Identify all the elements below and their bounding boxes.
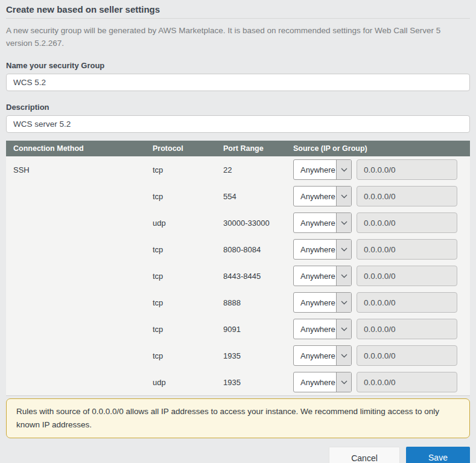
source-cell: Anywhere <box>293 292 470 313</box>
source-ip-input[interactable] <box>357 212 457 233</box>
port-range-cell: 1935 <box>223 351 293 360</box>
source-ip-input[interactable] <box>357 319 457 339</box>
description-label: Description <box>6 103 470 112</box>
source-type-select[interactable]: Anywhere <box>293 372 352 392</box>
port-range-cell: 8888 <box>223 298 293 307</box>
chevron-down-icon <box>336 319 351 339</box>
source-ip-input[interactable] <box>357 186 457 206</box>
source-type-select[interactable]: Anywhere <box>293 345 352 366</box>
column-header-protocol: Protocol <box>153 144 223 153</box>
chevron-down-icon <box>336 372 351 392</box>
firewall-rules-table: Connection Method Protocol Port Range So… <box>6 141 470 396</box>
open-access-warning: Rules with source of 0.0.0.0/0 allows al… <box>6 398 470 438</box>
source-ip-input[interactable] <box>357 159 457 180</box>
source-type-selected-value: Anywhere <box>294 240 336 259</box>
source-type-select[interactable]: Anywhere <box>293 212 352 233</box>
source-cell: Anywhere <box>293 319 470 339</box>
source-type-selected-value: Anywhere <box>294 319 336 339</box>
chevron-down-icon <box>336 266 351 286</box>
column-header-source: Source (IP or Group) <box>293 144 470 153</box>
table-row: tcp 554 Anywhere <box>6 183 470 209</box>
security-group-name-input[interactable] <box>6 74 470 91</box>
protocol-cell: tcp <box>153 272 223 281</box>
port-range-cell: 30000-33000 <box>223 219 293 228</box>
chevron-down-icon <box>336 240 351 259</box>
source-ip-input[interactable] <box>357 372 457 392</box>
source-type-select[interactable]: Anywhere <box>293 319 352 339</box>
source-type-selected-value: Anywhere <box>294 266 336 286</box>
protocol-cell: udp <box>153 378 223 387</box>
source-type-selected-value: Anywhere <box>294 372 336 392</box>
source-type-select[interactable]: Anywhere <box>293 239 352 260</box>
source-type-selected-value: Anywhere <box>294 346 336 365</box>
cancel-button[interactable]: Cancel <box>329 447 400 463</box>
description-input[interactable] <box>6 115 470 133</box>
protocol-cell: tcp <box>153 298 223 307</box>
source-type-selected-value: Anywhere <box>294 213 336 232</box>
table-row: SSH tcp 22 Anywhere <box>6 156 470 183</box>
source-cell: Anywhere <box>293 159 470 180</box>
source-cell: Anywhere <box>293 345 470 366</box>
port-range-cell: 8443-8445 <box>223 272 293 281</box>
source-type-select[interactable]: Anywhere <box>293 292 352 313</box>
source-type-selected-value: Anywhere <box>294 187 336 206</box>
port-range-cell: 554 <box>223 192 293 201</box>
source-type-selected-value: Anywhere <box>294 160 336 179</box>
chevron-down-icon <box>336 346 351 365</box>
page-title: Create new based on seller settings <box>6 0 470 19</box>
source-ip-input[interactable] <box>357 239 457 260</box>
footer-actions: Cancel Save <box>6 447 470 463</box>
table-row: tcp 8888 Anywhere <box>6 289 470 316</box>
table-row: tcp 8443-8445 Anywhere <box>6 263 470 289</box>
source-cell: Anywhere <box>293 186 470 206</box>
port-range-cell: 8080-8084 <box>223 245 293 254</box>
chevron-down-icon <box>336 160 351 179</box>
port-range-cell: 22 <box>223 165 293 174</box>
column-header-connection-method: Connection Method <box>13 144 153 153</box>
column-header-port-range: Port Range <box>223 144 293 153</box>
port-range-cell: 1935 <box>223 378 293 387</box>
table-row: tcp 9091 Anywhere <box>6 316 470 342</box>
source-cell: Anywhere <box>293 372 470 392</box>
table-row: tcp 8080-8084 Anywhere <box>6 236 470 263</box>
chevron-down-icon <box>336 293 351 312</box>
page-description: A new security group will be generated b… <box>6 24 465 49</box>
source-ip-input[interactable] <box>357 266 457 286</box>
protocol-cell: udp <box>153 219 223 228</box>
table-row: tcp 1935 Anywhere <box>6 342 470 369</box>
source-cell: Anywhere <box>293 212 470 233</box>
source-cell: Anywhere <box>293 266 470 286</box>
source-type-selected-value: Anywhere <box>294 293 336 312</box>
port-range-cell: 9091 <box>223 325 293 334</box>
protocol-cell: tcp <box>153 351 223 360</box>
table-header-row: Connection Method Protocol Port Range So… <box>6 141 470 156</box>
table-row: udp 1935 Anywhere <box>6 369 470 395</box>
table-body: SSH tcp 22 Anywhere tcp 554 Anywhere <box>6 156 470 395</box>
source-type-select[interactable]: Anywhere <box>293 159 352 180</box>
create-security-group-panel: Create new based on seller settings A ne… <box>0 0 476 463</box>
protocol-cell: tcp <box>153 192 223 201</box>
protocol-cell: tcp <box>153 325 223 334</box>
source-type-select[interactable]: Anywhere <box>293 186 352 206</box>
source-ip-input[interactable] <box>357 292 457 313</box>
source-cell: Anywhere <box>293 239 470 260</box>
source-type-select[interactable]: Anywhere <box>293 266 352 286</box>
table-row: udp 30000-33000 Anywhere <box>6 209 470 236</box>
source-ip-input[interactable] <box>357 345 457 366</box>
chevron-down-icon <box>336 213 351 232</box>
save-button[interactable]: Save <box>406 447 470 463</box>
chevron-down-icon <box>336 187 351 206</box>
security-group-name-label: Name your security Group <box>6 61 470 70</box>
connection-method-cell: SSH <box>13 165 153 174</box>
protocol-cell: tcp <box>153 245 223 254</box>
protocol-cell: tcp <box>153 165 223 174</box>
